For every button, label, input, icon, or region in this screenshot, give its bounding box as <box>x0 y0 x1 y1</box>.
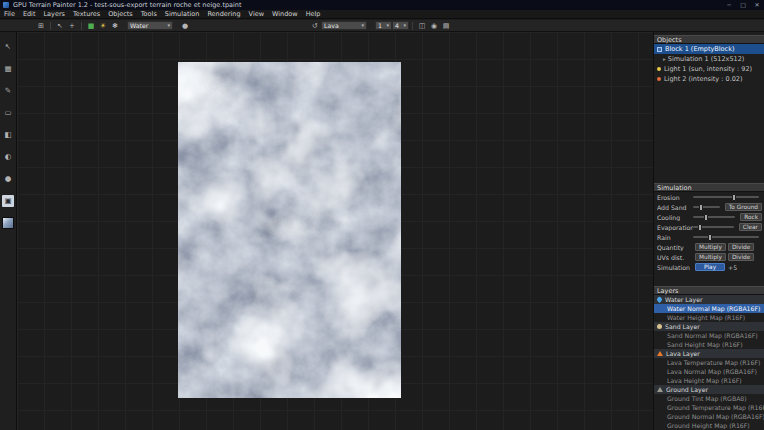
menu-bar: File Edit Layers Textures Objects Tools … <box>0 10 764 19</box>
layout-icon[interactable]: ⊞ <box>35 21 47 31</box>
object-light2[interactable]: Light 2 (intensity : 0.02) <box>654 74 764 84</box>
menu-simulation[interactable]: Simulation <box>161 10 204 19</box>
layer-lava-height-map[interactable]: Lava Height Map (R16F) <box>654 376 764 385</box>
water-mode-select[interactable]: Water ▾ <box>127 21 173 30</box>
menu-help[interactable]: Help <box>302 10 325 19</box>
uvs-divide-button[interactable]: Divide <box>728 253 754 261</box>
menu-textures[interactable]: Textures <box>69 10 104 19</box>
brush-tool[interactable]: ✎ <box>2 85 14 97</box>
layer-ground-tint-map[interactable]: Ground Tint Map (RGBA8) <box>654 394 764 403</box>
app-window: GPU Terrain Painter 1.2 - test-sous-expo… <box>0 0 764 430</box>
evaporation-label: Evaporation <box>657 224 693 231</box>
terrain-texture[interactable] <box>178 62 401 398</box>
menu-view[interactable]: View <box>245 10 268 19</box>
layer-lava-group[interactable]: Lava Layer <box>654 349 764 358</box>
erosion-slider[interactable] <box>693 196 759 198</box>
layer-sand-height-map[interactable]: Sand Height Map (R16F) <box>654 340 764 349</box>
objects-panel: Objects Block 1 (EmptyBlock) ▸ Simulatio… <box>654 35 764 84</box>
erosion-label: Erosion <box>657 194 693 201</box>
rain-slider[interactable] <box>693 236 759 238</box>
object-block[interactable]: Block 1 (EmptyBlock) <box>654 44 764 54</box>
quantity-multiply-button[interactable]: Multiply <box>695 243 726 251</box>
param2-select[interactable]: 4 ▾ <box>392 21 409 30</box>
rotate-icon[interactable]: ↺ <box>309 21 321 31</box>
evaporation-slider[interactable] <box>693 226 734 228</box>
layer-water-height-map[interactable]: Water Height Map (R16F) <box>654 313 764 322</box>
menu-tools[interactable]: Tools <box>137 10 161 19</box>
menu-edit[interactable]: Edit <box>19 10 40 19</box>
stamp-tool[interactable]: ▣ <box>2 195 14 207</box>
layer-lava-temperature-map[interactable]: Lava Temperature Map (R16F) <box>654 358 764 367</box>
uvs-multiply-button[interactable]: Multiply <box>695 253 726 261</box>
add-sand-slider[interactable] <box>693 206 720 208</box>
maximize-button[interactable]: □ <box>736 0 750 10</box>
layer-sand-group[interactable]: Sand Layer <box>654 322 764 331</box>
chevron-down-icon: ▾ <box>164 22 170 29</box>
select-tool[interactable]: ↖ <box>2 41 14 53</box>
layer-ground-height-map[interactable]: Ground Height Map (R16F) <box>654 421 764 430</box>
pan-icon[interactable]: + <box>66 21 78 31</box>
point-light-icon <box>657 77 661 81</box>
brush-icon[interactable]: ● <box>179 21 191 31</box>
cooling-slider[interactable] <box>693 216 735 218</box>
play-button[interactable]: Play <box>695 263 725 271</box>
uvs-dist-label: UVs dist. <box>657 254 693 261</box>
minimize-button[interactable]: ─ <box>722 0 736 10</box>
menu-layers[interactable]: Layers <box>39 10 69 19</box>
layer-ground-temperature-map[interactable]: Ground Temperature Map (R16F) <box>654 403 764 412</box>
quantity-divide-button[interactable]: Divide <box>728 243 754 251</box>
title-bar: GPU Terrain Painter 1.2 - test-sous-expo… <box>0 0 764 10</box>
object-simulation[interactable]: ▸ Simulation 1 (512x512) <box>654 54 764 64</box>
layers-header: Layers <box>654 286 764 295</box>
lava-mode-select[interactable]: Lava ▾ <box>321 21 367 30</box>
flame-icon <box>657 351 663 356</box>
to-ground-button[interactable]: To Ground <box>725 203 762 211</box>
expander-icon[interactable]: ▸ <box>663 54 666 64</box>
mountain-icon <box>657 387 663 392</box>
layers-panel: Layers Water Layer Water Normal Map (RGB… <box>654 286 764 430</box>
menu-objects[interactable]: Objects <box>104 10 137 19</box>
menu-file[interactable]: File <box>0 10 19 19</box>
app-icon <box>3 2 9 8</box>
param1-select[interactable]: 1 ▾ <box>375 21 392 30</box>
snowflake-icon[interactable]: ❄ <box>109 21 121 31</box>
viewport-canvas[interactable] <box>17 32 653 430</box>
chevron-down-icon: ▾ <box>358 22 364 29</box>
select-icon[interactable]: ↖ <box>54 21 66 31</box>
sun-light-icon <box>657 67 661 71</box>
water-drop-icon <box>656 296 663 303</box>
terrain-cube-icon[interactable]: ■ <box>85 21 97 31</box>
layer-ground-group[interactable]: Ground Layer <box>654 385 764 394</box>
cube-icon <box>657 47 662 52</box>
layer-water-normal-map[interactable]: Water Normal Map (RGBA16F) <box>654 304 764 313</box>
quantity-label: Quantity <box>657 244 693 251</box>
clear-button[interactable]: Clear <box>739 223 762 231</box>
add-sand-label: Add Sand <box>657 204 693 211</box>
object-light1[interactable]: Light 1 (sun, intensity : 92) <box>654 64 764 74</box>
plus5-label[interactable]: +5 <box>728 264 737 271</box>
smudge-tool[interactable]: ◐ <box>2 151 14 163</box>
layer-ground-normal-map[interactable]: Ground Normal Map (RGBA16F) <box>654 412 764 421</box>
fill-tool[interactable]: ◧ <box>2 129 14 141</box>
simulation-panel: Simulation Erosion Add Sand To Ground Co… <box>654 183 764 272</box>
sun-icon[interactable]: ☀ <box>97 21 109 31</box>
mirror-icon[interactable]: ◫ <box>416 21 428 31</box>
window-title: GPU Terrain Painter 1.2 - test-sous-expo… <box>13 1 242 9</box>
marquee-tool[interactable]: ▦ <box>2 63 14 75</box>
close-button[interactable]: ✕ <box>750 0 764 10</box>
layer-lava-normal-map[interactable]: Lava Normal Map (RGBA16F) <box>654 367 764 376</box>
eraser-tool[interactable]: ▭ <box>2 107 14 119</box>
layer-sand-normal-map[interactable]: Sand Normal Map (RGBA16F) <box>654 331 764 340</box>
layer-water-group[interactable]: Water Layer <box>654 295 764 304</box>
rain-label: Rain <box>657 234 693 241</box>
render-icon[interactable]: ◉ <box>428 21 440 31</box>
dodge-tool[interactable]: ● <box>2 173 14 185</box>
main-toolbar: ⊞ ↖ + ■ ☀ ❄ Water ▾ ● ↺ Lava ▾ 1 ▾ 4 ▾ ◫ <box>0 20 764 32</box>
simulation-label: Simulation <box>657 264 693 271</box>
menu-rendering[interactable]: Rendering <box>203 10 244 19</box>
grid-icon[interactable]: ▤ <box>440 21 452 31</box>
menu-window[interactable]: Window <box>268 10 302 19</box>
texture-swatch[interactable] <box>2 217 14 229</box>
rock-button[interactable]: Rock <box>740 213 762 221</box>
right-panel: Objects Block 1 (EmptyBlock) ▸ Simulatio… <box>653 32 764 430</box>
